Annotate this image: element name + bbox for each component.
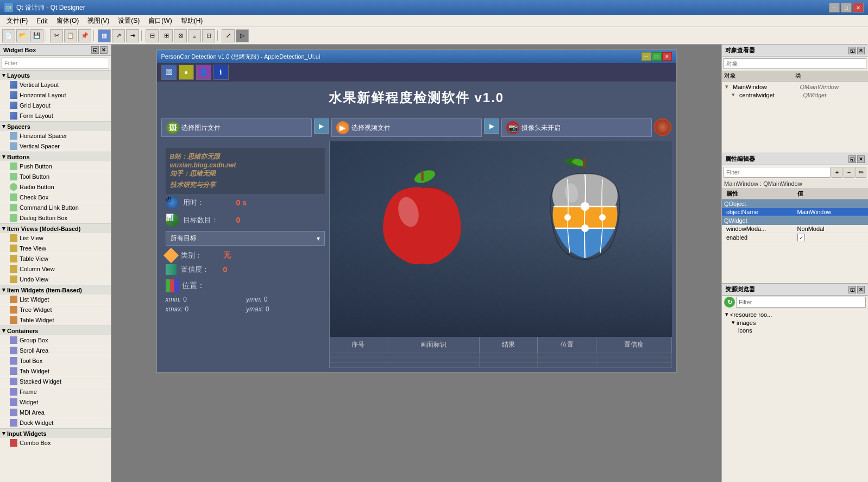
widget-item-form-layout[interactable]: Form Layout [0,111,111,121]
inner-icon-btn-2[interactable]: ● [179,65,194,80]
signal-button[interactable]: ↗ [112,29,125,42]
res-item-root[interactable]: ▾ <resource roo... [723,310,867,318]
menu-file[interactable]: 文件(F) [2,15,32,27]
category-buttons[interactable]: ▾ Buttons [0,152,111,161]
inner-icon-btn-4[interactable]: ℹ [213,65,229,80]
inner-maximize-btn[interactable]: □ [652,52,662,61]
prop-add-btn[interactable]: + [832,167,842,178]
obj-row-centralwidget[interactable]: ▾ centralwidget QWidget [729,91,867,99]
minimize-button[interactable]: ─ [829,3,840,12]
preview-button[interactable]: ▷ [236,29,249,42]
maximize-button[interactable]: □ [841,3,852,12]
res-float-btn[interactable]: ◱ [848,286,856,293]
widget-item-widget[interactable]: Widget [0,397,111,408]
layout-form-button[interactable]: ≡ [188,29,201,42]
widget-item-horizontal-layout[interactable]: Horizontal Layout [0,90,111,101]
res-filter-input[interactable] [736,297,866,308]
menu-settings[interactable]: 设置(S) [114,15,144,27]
category-item-widgets[interactable]: ▾ Item Widgets (Item-Based) [0,285,111,295]
menu-edit[interactable]: Edit [32,16,52,26]
menu-form[interactable]: 窗体(O) [52,15,83,27]
widget-item-tab-widget[interactable]: Tab Widget [0,366,111,377]
layout-grid-button[interactable]: ⊠ [174,29,187,42]
select-image-btn[interactable]: 🖼 选择图片文件 [161,118,312,137]
prop-close-btn[interactable]: ✕ [857,155,865,163]
inner-minimize-btn[interactable]: ─ [641,52,651,61]
widget-filter-input[interactable] [2,58,109,68]
category-spacers[interactable]: ▾ Spacers [0,121,111,131]
obj-filter-input[interactable] [724,58,866,69]
widget-item-check-box[interactable]: Check Box [0,192,111,203]
widget-item-tree-view[interactable]: Tree View [0,243,111,254]
widget-item-tool-box[interactable]: Tool Box [0,356,111,366]
target-dropdown[interactable]: 所有目标 ▾ [166,231,325,246]
obj-float-btn[interactable]: ◱ [848,47,856,54]
obj-row-mainwindow[interactable]: ▾ MainWindow QMainWindow [723,83,867,91]
widget-item-v-spacer[interactable]: Vertical Spacer [0,141,111,152]
widget-item-tree-widget[interactable]: Tree Widget [0,305,111,315]
adjust-size-button[interactable]: ⤢ [222,29,235,42]
copy-button[interactable]: 📋 [64,29,77,42]
prop-row-objectname[interactable]: objectName MainWindow [722,208,868,216]
select-video-btn[interactable]: ▶ 选择视频文件 [331,118,482,137]
inner-icon-btn-1[interactable]: 🖼 [161,65,177,80]
open-button[interactable]: 📂 [16,29,29,42]
widget-item-frame[interactable]: Frame [0,387,111,397]
widget-item-grid-layout[interactable]: Grid Layout [0,101,111,111]
inner-close-btn[interactable]: ✕ [662,52,672,61]
category-containers[interactable]: ▾ Containers [0,325,111,335]
widget-item-push-button[interactable]: Push Button [0,161,111,172]
float-button[interactable]: ◱ [91,46,99,54]
menu-window[interactable]: 窗口(W) [144,15,176,27]
prop-row-enabled[interactable]: enabled [722,233,868,242]
layout-break-button[interactable]: ⊡ [202,29,215,42]
widget-item-tool-button[interactable]: Tool Button [0,172,111,182]
widget-item-list-widget[interactable]: List Widget [0,295,111,305]
prop-float-btn[interactable]: ◱ [848,155,856,163]
widget-item-scroll-area[interactable]: Scroll Area [0,346,111,356]
widget-editor-button[interactable]: ▦ [98,29,111,42]
widget-item-radio-button[interactable]: Radio Button [0,182,111,192]
image-arrow-btn[interactable]: ▶ [314,118,329,134]
widget-item-stacked-widget[interactable]: Stacked Widget [0,377,111,387]
category-item-views[interactable]: ▾ Item Views (Model-Based) [0,223,111,233]
prop-filter-input[interactable] [724,167,831,178]
save-button[interactable]: 💾 [30,29,43,42]
widget-item-column-view[interactable]: Column View [0,264,111,274]
prop-remove-btn[interactable]: − [844,167,854,178]
tab-order-button[interactable]: ⇥ [126,29,139,42]
widget-item-undo-view[interactable]: Undo View [0,274,111,285]
layout-h-button[interactable]: ⊟ [146,29,159,42]
new-button[interactable]: 📄 [2,29,15,42]
widget-item-mdi-area[interactable]: MDI Area [0,408,111,418]
res-refresh-icon[interactable]: ↻ [724,297,735,308]
obj-close-btn[interactable]: ✕ [857,47,865,54]
res-item-images[interactable]: ▾ images [723,318,867,327]
widget-item-h-spacer[interactable]: Horizontal Spacer [0,131,111,141]
close-button[interactable]: ✕ [853,3,864,12]
close-panel-button[interactable]: ✕ [100,46,108,54]
widget-item-dock-widget[interactable]: Dock Widget [0,418,111,428]
category-input-widgets[interactable]: ▾ Input Widgets [0,428,111,438]
menu-view[interactable]: 视图(V) [83,15,114,27]
widget-item-table-view[interactable]: Table View [0,254,111,264]
paste-button[interactable]: 📌 [78,29,91,42]
menu-help[interactable]: 帮助(H) [177,15,207,27]
layout-v-button[interactable]: ⊞ [160,29,173,42]
widget-item-dialog-button[interactable]: Dialog Button Box [0,213,111,223]
category-layouts[interactable]: ▾ Layouts [0,70,111,80]
enabled-checkbox[interactable] [797,234,805,241]
widget-item-table-widget[interactable]: Table Widget [0,315,111,325]
prop-row-windowmoda[interactable]: windowModa... NonModal [722,225,868,233]
widget-item-group-box[interactable]: Group Box [0,335,111,346]
video-arrow-btn[interactable]: ▶ [484,118,499,134]
camera-btn[interactable]: 📷 摄像头未开启 [501,118,652,137]
inner-icon-btn-3[interactable]: 👤 [196,65,211,80]
widget-item-vertical-layout[interactable]: Vertical Layout [0,80,111,90]
widget-item-command-link[interactable]: Command Link Button [0,203,111,213]
prop-edit-btn[interactable]: ✏ [856,167,866,178]
widget-item-list-view[interactable]: List View [0,233,111,243]
cut-button[interactable]: ✂ [50,29,63,42]
res-item-icons[interactable]: icons [723,327,867,334]
widget-item-combo-box[interactable]: Combo Box [0,438,111,448]
